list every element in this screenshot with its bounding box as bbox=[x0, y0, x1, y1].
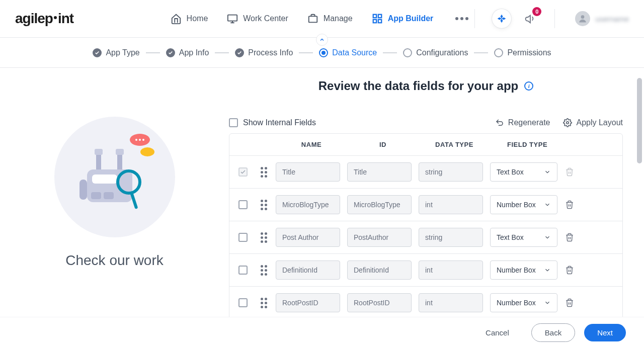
row-checkbox[interactable] bbox=[238, 298, 248, 307]
step-connector bbox=[299, 52, 313, 53]
step-permissions[interactable]: Permissions bbox=[494, 48, 551, 57]
nav-work-center-label: Work Center bbox=[243, 14, 288, 23]
field-id-input[interactable] bbox=[347, 195, 412, 214]
col-header-id: ID bbox=[347, 141, 419, 148]
field-type-select[interactable]: Number Box bbox=[490, 260, 557, 280]
brand-logo: agilepint bbox=[15, 11, 73, 27]
row-checkbox[interactable] bbox=[238, 167, 248, 177]
apply-layout-button[interactable]: Apply Layout bbox=[563, 118, 623, 127]
show-internal-fields-checkbox[interactable]: Show Internal Fields bbox=[229, 118, 316, 127]
left-panel: Check our work bbox=[0, 68, 229, 317]
delete-row-button[interactable] bbox=[564, 167, 576, 177]
field-name-input[interactable] bbox=[276, 228, 340, 247]
notifications-badge: 0 bbox=[532, 7, 541, 16]
regenerate-button[interactable]: Regenerate bbox=[495, 118, 550, 127]
drag-handle[interactable] bbox=[261, 232, 276, 243]
field-id-input[interactable] bbox=[347, 228, 412, 247]
step-configurations[interactable]: Configurations bbox=[403, 48, 468, 57]
nav-manage-label: Manage bbox=[324, 14, 353, 23]
cancel-button[interactable]: Cancel bbox=[472, 324, 522, 341]
field-name-input[interactable] bbox=[276, 195, 340, 214]
step-connector bbox=[383, 52, 397, 53]
wizard-footer: Cancel Back Next bbox=[0, 317, 644, 348]
fields-table: NAME ID DATA TYPE FIELD TYPE Text Box Nu… bbox=[229, 133, 623, 317]
scrollbar[interactable] bbox=[637, 78, 642, 163]
field-type-select[interactable]: Text Box bbox=[490, 228, 557, 247]
delete-row-button[interactable] bbox=[564, 266, 576, 275]
field-name-input[interactable] bbox=[276, 293, 340, 312]
svg-rect-3 bbox=[378, 15, 381, 18]
user-name: username bbox=[595, 15, 629, 23]
field-type-select[interactable]: Text Box bbox=[490, 162, 557, 182]
table-row: Number Box bbox=[229, 188, 622, 221]
field-datatype-input[interactable] bbox=[419, 260, 483, 280]
field-id-input[interactable] bbox=[347, 260, 412, 280]
field-name-input[interactable] bbox=[276, 162, 340, 182]
drag-handle[interactable] bbox=[261, 265, 276, 276]
col-header-datatype: DATA TYPE bbox=[419, 141, 490, 148]
step-app-type[interactable]: App Type bbox=[93, 48, 139, 57]
row-checkbox[interactable] bbox=[238, 200, 248, 209]
svg-rect-5 bbox=[378, 20, 381, 23]
field-datatype-input[interactable] bbox=[419, 162, 483, 182]
table-toolbar: Show Internal Fields Regenerate Apply La… bbox=[229, 118, 623, 127]
field-datatype-input[interactable] bbox=[419, 293, 483, 312]
field-datatype-input[interactable] bbox=[419, 195, 483, 214]
field-type-select[interactable]: Number Box bbox=[490, 293, 557, 312]
nav-app-builder[interactable]: App Builder bbox=[372, 13, 434, 24]
step-process-info[interactable]: Process Info bbox=[235, 48, 293, 57]
field-id-input[interactable] bbox=[347, 293, 412, 312]
drag-handle[interactable] bbox=[261, 200, 276, 210]
field-type-select[interactable]: Number Box bbox=[490, 195, 557, 214]
robot-illustration bbox=[54, 117, 175, 237]
info-icon[interactable]: i bbox=[524, 81, 533, 91]
pinwheel-icon bbox=[497, 14, 507, 24]
nav-home[interactable]: Home bbox=[171, 13, 208, 24]
svg-rect-19 bbox=[116, 149, 124, 155]
table-row: Number Box bbox=[229, 286, 622, 317]
nav-work-center[interactable]: Work Center bbox=[227, 13, 288, 24]
delete-row-button[interactable] bbox=[564, 233, 576, 242]
step-connector bbox=[146, 52, 160, 53]
back-button[interactable]: Back bbox=[531, 323, 575, 342]
apply-layout-label: Apply Layout bbox=[576, 118, 623, 127]
left-panel-title: Check our work bbox=[65, 252, 164, 269]
table-row: Text Box bbox=[229, 221, 622, 253]
row-checkbox[interactable] bbox=[238, 266, 248, 275]
table-row: Text Box bbox=[229, 155, 622, 188]
svg-point-6 bbox=[581, 15, 585, 19]
drag-handle[interactable] bbox=[261, 298, 276, 308]
next-button[interactable]: Next bbox=[584, 324, 626, 341]
svg-point-23 bbox=[567, 122, 569, 124]
svg-rect-21 bbox=[129, 191, 138, 209]
col-header-name: NAME bbox=[276, 141, 347, 148]
collapse-stepper-toggle[interactable] bbox=[316, 34, 328, 46]
svg-rect-1 bbox=[309, 16, 317, 22]
svg-rect-13 bbox=[92, 175, 117, 184]
nav-more[interactable] bbox=[455, 17, 468, 20]
step-label: App Info bbox=[179, 48, 209, 57]
field-datatype-input[interactable] bbox=[419, 228, 483, 247]
svg-rect-4 bbox=[373, 20, 376, 23]
svg-rect-0 bbox=[228, 15, 237, 21]
svg-rect-22 bbox=[79, 180, 87, 200]
row-checkbox[interactable] bbox=[238, 233, 248, 242]
step-label: Data Source bbox=[332, 48, 377, 57]
field-name-input[interactable] bbox=[276, 260, 340, 280]
col-header-fieldtype: FIELD TYPE bbox=[490, 141, 565, 148]
step-app-info[interactable]: App Info bbox=[166, 48, 209, 57]
svg-rect-16 bbox=[96, 153, 101, 169]
field-id-input[interactable] bbox=[347, 162, 412, 182]
nav-manage[interactable]: Manage bbox=[307, 13, 353, 24]
delete-row-button[interactable] bbox=[564, 200, 576, 209]
delete-row-button[interactable] bbox=[564, 298, 576, 307]
user-menu[interactable]: username bbox=[575, 11, 629, 26]
svg-rect-14 bbox=[91, 192, 101, 199]
drag-handle[interactable] bbox=[261, 167, 276, 178]
notifications-button[interactable]: 0 bbox=[520, 9, 539, 28]
nav-app-builder-label: App Builder bbox=[388, 14, 434, 23]
step-connector bbox=[474, 52, 488, 53]
step-data-source[interactable]: Data Source bbox=[319, 48, 377, 57]
app-launcher-button[interactable] bbox=[492, 9, 511, 28]
show-internal-fields-label: Show Internal Fields bbox=[243, 118, 316, 127]
